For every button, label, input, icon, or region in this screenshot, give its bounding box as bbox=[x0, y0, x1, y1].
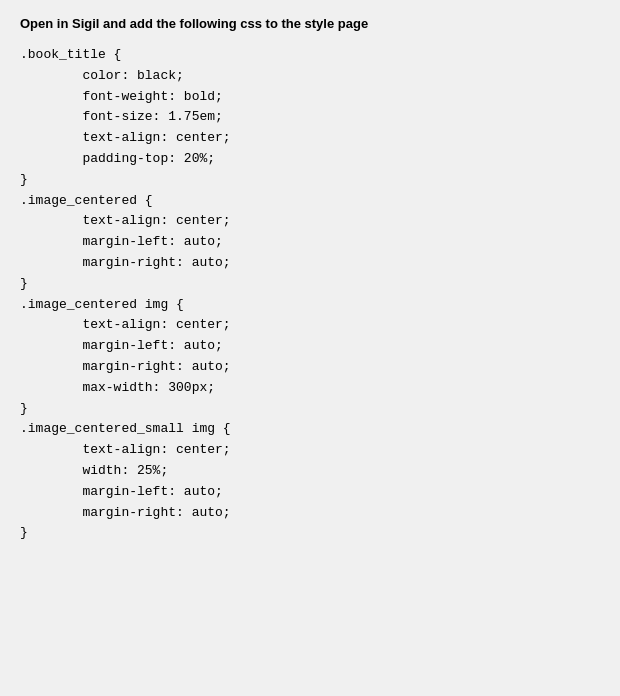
code-line: margin-right: auto; bbox=[20, 253, 600, 274]
code-line: margin-right: auto; bbox=[20, 503, 600, 524]
code-line: font-size: 1.75em; bbox=[20, 107, 600, 128]
code-line: .image_centered_small img { bbox=[20, 419, 600, 440]
code-line: .book_title { bbox=[20, 45, 600, 66]
code-line: max-width: 300px; bbox=[20, 378, 600, 399]
code-line: } bbox=[20, 274, 600, 295]
code-line: text-align: center; bbox=[20, 440, 600, 461]
code-line: } bbox=[20, 399, 600, 420]
code-line: color: black; bbox=[20, 66, 600, 87]
code-line: margin-left: auto; bbox=[20, 232, 600, 253]
code-line: margin-right: auto; bbox=[20, 357, 600, 378]
code-line: text-align: center; bbox=[20, 211, 600, 232]
code-line: text-align: center; bbox=[20, 315, 600, 336]
code-block: .book_title { color: black; font-weight:… bbox=[20, 45, 600, 544]
code-line: .image_centered { bbox=[20, 191, 600, 212]
code-line: font-weight: bold; bbox=[20, 87, 600, 108]
code-line: padding-top: 20%; bbox=[20, 149, 600, 170]
code-line: margin-left: auto; bbox=[20, 482, 600, 503]
code-line: width: 25%; bbox=[20, 461, 600, 482]
code-line: text-align: center; bbox=[20, 128, 600, 149]
intro-text: Open in Sigil and add the following css … bbox=[20, 16, 600, 31]
code-line: } bbox=[20, 523, 600, 544]
code-line: .image_centered img { bbox=[20, 295, 600, 316]
code-line: margin-left: auto; bbox=[20, 336, 600, 357]
code-line: } bbox=[20, 170, 600, 191]
